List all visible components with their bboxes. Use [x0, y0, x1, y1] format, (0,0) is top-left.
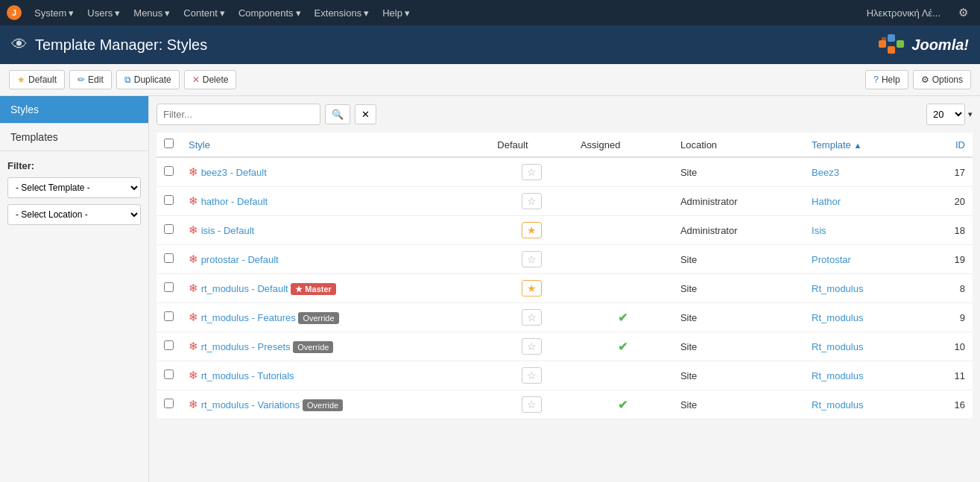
location-cell: Site [673, 245, 804, 274]
default-star-btn[interactable]: ☆ [522, 193, 542, 209]
style-icon: ❄ [189, 369, 198, 381]
id-cell: 17 [926, 157, 973, 187]
style-link[interactable]: rt_modulus - Variations [201, 399, 300, 410]
assigned-check-icon: ✔ [618, 399, 627, 411]
template-link[interactable]: Isis [812, 225, 826, 236]
row-checkbox[interactable] [164, 399, 174, 408]
default-star-btn[interactable]: ☆ [522, 309, 542, 326]
style-link[interactable]: isis - Default [201, 225, 255, 236]
sidebar-item-templates[interactable]: Templates [0, 124, 148, 151]
default-button[interactable]: ★ Default [9, 70, 65, 89]
style-icon: ❄ [189, 223, 198, 236]
row-checkbox[interactable] [164, 282, 174, 292]
id-cell: 9 [926, 303, 973, 332]
col-assigned[interactable]: Assigned [573, 133, 673, 157]
template-link[interactable]: Rt_modulus [812, 312, 863, 323]
row-checkbox[interactable] [164, 340, 174, 350]
col-template[interactable]: Template ▲ [804, 133, 926, 157]
style-link[interactable]: rt_modulus - Default [201, 283, 288, 294]
select-all-checkbox[interactable] [164, 139, 174, 148]
joomla-top-logo[interactable]: J [6, 4, 22, 21]
col-default[interactable]: Default [490, 133, 573, 157]
table-row: ❄ rt_modulus - Variations Override ☆ ✔ S… [157, 390, 973, 419]
nav-extensions[interactable]: Extensions ▾ [309, 3, 376, 23]
sort-asc-icon: ▲ [853, 141, 862, 150]
delete-button[interactable]: ✕ Delete [184, 70, 237, 89]
location-cell: Site [673, 361, 804, 390]
id-cell: 20 [926, 187, 973, 216]
sidebar-item-styles[interactable]: Styles [0, 96, 148, 124]
col-id[interactable]: ID [926, 133, 973, 157]
template-link[interactable]: Rt_modulus [812, 399, 863, 410]
default-star-btn[interactable]: ★ [522, 222, 542, 238]
table-row: ❄ rt_modulus - Default ★ Master ★ Site R… [157, 274, 973, 303]
edit-icon: ✏ [78, 74, 85, 85]
template-link[interactable]: Rt_modulus [812, 283, 863, 294]
style-link[interactable]: beez3 - Default [201, 167, 267, 178]
star-icon: ★ [17, 74, 25, 85]
nav-users[interactable]: Users ▾ [81, 3, 126, 23]
col-location[interactable]: Location [673, 133, 804, 157]
col-style[interactable]: Style [181, 133, 490, 157]
style-link[interactable]: hathor - Default [201, 196, 268, 207]
help-button[interactable]: ? Help [865, 70, 908, 89]
clear-search-button[interactable]: ✕ [355, 104, 376, 124]
user-menu[interactable]: Ηλεκτρονική Λέ... [861, 3, 946, 23]
location-cell: Administrator [673, 187, 804, 216]
gear-icon[interactable]: ⚙ [952, 1, 974, 24]
assigned-check-icon: ✔ [618, 311, 627, 324]
row-checkbox[interactable] [164, 370, 174, 379]
style-link[interactable]: rt_modulus - Presets [201, 341, 291, 352]
search-input[interactable] [157, 104, 320, 125]
id-cell: 18 [926, 216, 973, 245]
location-filter-select[interactable]: - Select Location - Site Administrator [7, 204, 141, 225]
row-checkbox[interactable] [164, 195, 174, 205]
default-star-btn[interactable]: ☆ [522, 251, 542, 267]
svg-rect-6 [882, 37, 886, 42]
filter-title: Filter: [7, 160, 141, 171]
template-link[interactable]: Beez3 [812, 167, 839, 178]
options-button[interactable]: ⚙ Options [913, 70, 971, 89]
default-star-btn[interactable]: ☆ [522, 164, 542, 180]
perpage-select[interactable]: 5101520253050100All [926, 104, 965, 125]
nav-help[interactable]: Help ▾ [376, 3, 416, 23]
nav-components[interactable]: Components ▾ [233, 3, 307, 23]
style-link[interactable]: protostar - Default [201, 254, 279, 265]
template-link[interactable]: Rt_modulus [812, 341, 863, 352]
location-cell: Site [673, 332, 804, 361]
id-cell: 11 [926, 361, 973, 390]
table-row: ❄ rt_modulus - Presets Override ☆ ✔ Site… [157, 332, 973, 361]
duplicate-icon: ⧉ [124, 74, 131, 85]
template-link[interactable]: Hathor [812, 196, 841, 207]
template-filter-select[interactable]: - Select Template - beez3 hathor isis pr… [7, 177, 141, 198]
default-star-btn[interactable]: ★ [522, 280, 542, 297]
nav-system[interactable]: System ▾ [28, 3, 80, 23]
edit-button[interactable]: ✏ Edit [69, 70, 112, 89]
nav-menus[interactable]: Menus ▾ [127, 3, 176, 23]
template-link[interactable]: Protostar [812, 254, 851, 265]
master-badge: ★ Master [291, 283, 336, 295]
joomla-logo-svg [877, 33, 911, 57]
default-star-btn[interactable]: ☆ [522, 338, 542, 355]
table-row: ❄ beez3 - Default ☆ Site Beez3 17 [157, 157, 973, 187]
id-cell: 16 [926, 390, 973, 419]
table-row: ❄ isis - Default ★ Administrator Isis 18 [157, 216, 973, 245]
style-icon: ❄ [189, 311, 198, 323]
template-manager-icon: 👁 [11, 35, 28, 54]
row-checkbox[interactable] [164, 224, 174, 234]
nav-content[interactable]: Content ▾ [177, 3, 231, 23]
row-checkbox[interactable] [164, 253, 174, 263]
row-checkbox[interactable] [164, 166, 174, 176]
id-cell: 19 [926, 245, 973, 274]
default-star-btn[interactable]: ☆ [522, 396, 542, 413]
search-button[interactable]: 🔍 [325, 104, 350, 124]
template-link[interactable]: Rt_modulus [812, 370, 863, 381]
default-star-btn[interactable]: ☆ [522, 367, 542, 384]
svg-text:J: J [12, 8, 16, 17]
style-link[interactable]: rt_modulus - Tutorials [201, 370, 294, 381]
duplicate-button[interactable]: ⧉ Duplicate [116, 70, 180, 89]
row-checkbox[interactable] [164, 311, 174, 321]
assigned-check-icon: ✔ [618, 340, 627, 353]
style-link[interactable]: rt_modulus - Features [201, 312, 296, 323]
clear-icon: ✕ [361, 109, 370, 120]
